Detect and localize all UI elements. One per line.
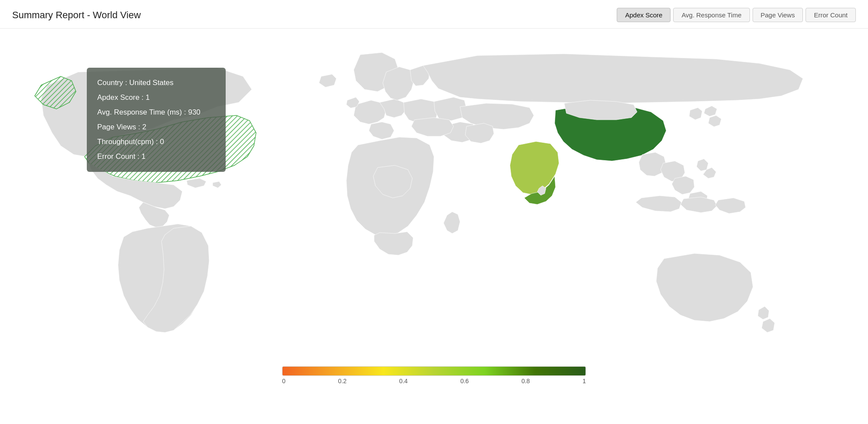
legend-label-5: 1 — [582, 378, 586, 385]
legend-color-bar — [282, 366, 586, 376]
tooltip-error-count: Error Count : 1 — [97, 149, 215, 164]
header: Summary Report - World View Apdex Score … — [0, 0, 868, 29]
legend-label-2: 0.4 — [399, 378, 408, 385]
tab-page-views[interactable]: Page Views — [753, 8, 803, 22]
page-title: Summary Report - World View — [12, 10, 141, 21]
legend-label-0: 0 — [282, 378, 286, 385]
tooltip-apdex: Apdex Score : 1 — [97, 90, 215, 105]
legend-labels: 0 0.2 0.4 0.6 0.8 1 — [282, 378, 586, 385]
tooltip-country: Country : United States — [97, 76, 215, 90]
legend: 0 0.2 0.4 0.6 0.8 1 — [282, 366, 586, 385]
tab-avg-response-time[interactable]: Avg. Response Time — [673, 8, 750, 22]
tooltip-throughput: Throughput(cpm) : 0 — [97, 135, 215, 149]
legend-label-4: 0.8 — [521, 378, 529, 385]
tooltip-page-views: Page Views : 2 — [97, 120, 215, 135]
legend-label-1: 0.2 — [338, 378, 346, 385]
tab-error-count[interactable]: Error Count — [806, 8, 856, 22]
tab-group: Apdex Score Avg. Response Time Page View… — [617, 8, 856, 22]
tooltip-response-time: Avg. Response Time (ms) : 930 — [97, 105, 215, 120]
legend-label-3: 0.6 — [460, 378, 469, 385]
country-tooltip: Country : United States Apdex Score : 1 … — [87, 68, 226, 172]
tab-apdex-score[interactable]: Apdex Score — [617, 8, 671, 22]
world-map-container: Country : United States Apdex Score : 1 … — [0, 29, 868, 402]
